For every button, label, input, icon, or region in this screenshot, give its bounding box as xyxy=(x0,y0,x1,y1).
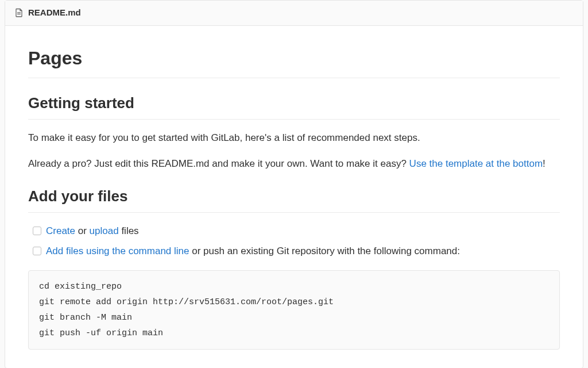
intro-paragraph: To make it easy for you to get started w… xyxy=(28,130,560,145)
cli-link[interactable]: Add files using the command line xyxy=(46,246,189,256)
file-header: README.md xyxy=(5,1,583,26)
pro-paragraph: Already a pro? Just edit this README.md … xyxy=(28,156,560,171)
task-text: Create or upload files xyxy=(46,223,560,240)
pro-suffix: ! xyxy=(543,158,546,169)
upload-link[interactable]: upload xyxy=(90,225,119,236)
task-item: Add files using the command line or push… xyxy=(33,243,560,260)
pro-prefix: Already a pro? Just edit this README.md … xyxy=(28,158,409,169)
code-block: cd existing_repo git remote add origin h… xyxy=(28,270,560,350)
task-item: Create or upload files xyxy=(33,223,560,240)
readme-content: Pages Getting started To make it easy fo… xyxy=(5,26,583,368)
task-list: Create or upload files Add files using t… xyxy=(28,223,560,260)
document-icon xyxy=(14,8,24,17)
readme-container: README.md Pages Getting started To make … xyxy=(5,0,583,368)
section-add-files: Add your files xyxy=(28,185,560,213)
checkbox-icon[interactable] xyxy=(33,227,41,235)
task-text: Add files using the command line or push… xyxy=(46,243,560,260)
template-link[interactable]: Use the template at the bottom xyxy=(409,158,543,169)
file-name: README.md xyxy=(28,6,81,20)
create-link[interactable]: Create xyxy=(46,225,75,236)
page-title: Pages xyxy=(28,44,560,78)
section-getting-started: Getting started xyxy=(28,92,560,120)
checkbox-icon[interactable] xyxy=(33,247,41,255)
